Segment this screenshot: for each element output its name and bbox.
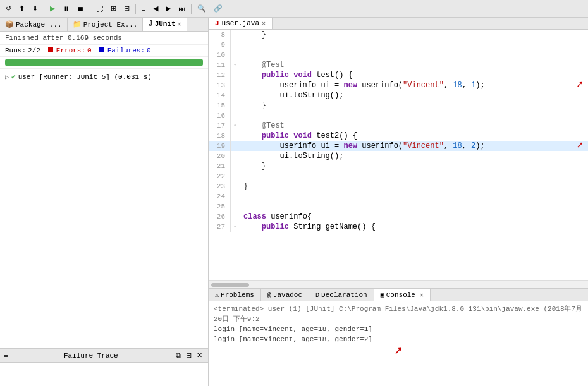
toolbar-btn-15[interactable]: 🔗: [211, 3, 226, 15]
code-line-16: 16: [209, 111, 588, 121]
line-num-9: 9: [209, 40, 231, 50]
trace-action-2[interactable]: ⊟: [184, 351, 193, 360]
toolbar-sep-3: [135, 4, 136, 14]
editor-tab-user[interactable]: J user.java ✕: [209, 18, 273, 29]
line-content-17: @Test: [241, 121, 588, 131]
line-num-12: 12: [209, 70, 231, 80]
toolbar-btn-5[interactable]: ⏸: [59, 3, 73, 15]
problems-label: Problems: [221, 291, 254, 299]
line-num-17: 17: [209, 121, 231, 131]
editor-tab-close[interactable]: ✕: [262, 20, 266, 27]
console-close[interactable]: ✕: [420, 291, 424, 299]
code-line-10: 10: [209, 50, 588, 60]
tab-javadoc[interactable]: @ Javadoc: [261, 289, 309, 301]
trace-action-3[interactable]: ✕: [195, 351, 204, 360]
line-num-25: 25: [209, 202, 231, 212]
failures-stat: Failures: 0: [99, 47, 151, 54]
junit-status: Finished after 0.169 seconds: [0, 32, 208, 45]
code-editor[interactable]: 8 } 9 10 11: [209, 30, 588, 280]
line-num-11: 11: [209, 60, 231, 70]
code-line-25: 25: [209, 202, 588, 212]
toolbar-btn-7[interactable]: ⛶: [93, 3, 106, 15]
errors-label: Errors:: [56, 47, 85, 54]
line-content-22: [241, 171, 588, 181]
tab-junit[interactable]: J JUnit ✕: [143, 18, 187, 31]
line-content-13: userinfo ui = new userinfo("Vincent", 18…: [241, 80, 588, 90]
project-icon: 📁: [73, 20, 82, 28]
toolbar-btn-1[interactable]: ↺: [3, 3, 15, 15]
line-content-14: ui.toString();: [241, 90, 588, 100]
toolbar-btn-10[interactable]: ≡: [138, 3, 149, 15]
code-line-18: 18 public void test2() {: [209, 131, 588, 141]
code-line-17: 17 ◦ @Test: [209, 121, 588, 131]
left-panel: 📦 Package ... 📁 Project Ex... J JUnit ✕ …: [0, 18, 209, 386]
line-content-9: [241, 40, 588, 50]
toolbar-sep-4: [191, 4, 192, 14]
line-num-20: 20: [209, 151, 231, 161]
editor-tab-java-icon: J: [215, 20, 219, 27]
failure-trace-header: ≡ Failure Trace ⧉ ⊟ ✕: [0, 349, 208, 363]
toolbar-btn-8[interactable]: ⊞: [107, 3, 119, 15]
console-output-text-2: login [name=Vincent, age=18, gender=2]: [214, 335, 372, 343]
failure-trace: ≡ Failure Trace ⧉ ⊟ ✕: [0, 348, 208, 386]
line-num-15: 15: [209, 100, 231, 111]
tab-project-label: Project Ex...: [83, 21, 138, 28]
toolbar-btn-11[interactable]: ◀: [150, 3, 161, 15]
test-tree-label: user [Runner: JUnit 5] (0.031 s): [18, 73, 152, 81]
line-content-8: }: [241, 30, 588, 40]
package-icon: 📦: [5, 20, 14, 28]
editor-tabs: J user.java ✕: [209, 18, 588, 30]
failures-value: 0: [147, 47, 151, 54]
failure-trace-actions: ⧉ ⊟ ✕: [174, 351, 204, 360]
console-output-text-1: login [name=Vincent, age=18, gender=1]: [214, 325, 372, 333]
toolbar-btn-13[interactable]: ⏭: [175, 3, 188, 15]
tab-close-icon[interactable]: ✕: [178, 20, 181, 28]
javadoc-icon: @: [267, 292, 271, 299]
progress-bar: [5, 59, 203, 66]
toolbar-btn-6[interactable]: ⏹: [74, 3, 87, 15]
line-content-20: ui.toString();: [241, 151, 588, 161]
test-tree-item[interactable]: ▷ ✔ user [Runner: JUnit 5] (0.031 s): [3, 71, 205, 82]
failure-icon: [99, 47, 106, 54]
line-content-24: [241, 191, 588, 202]
runs-stat: Runs: 2/2: [5, 47, 40, 54]
line-num-22: 22: [209, 171, 231, 181]
code-line-12: 12 public void test() {: [209, 70, 588, 80]
h-scrollbar[interactable]: [209, 280, 588, 288]
line-num-24: 24: [209, 191, 231, 202]
errors-stat: Errors: 0: [48, 47, 92, 54]
code-line-24: 24: [209, 191, 588, 202]
code-line-23: 23 }: [209, 181, 588, 191]
line-num-10: 10: [209, 50, 231, 60]
line-num-23: 23: [209, 181, 231, 191]
toolbar-btn-4[interactable]: ▶: [47, 3, 58, 15]
trace-action-1[interactable]: ⧉: [174, 351, 183, 360]
console-icon: ▣: [381, 291, 384, 299]
editor-tab-label: user.java: [222, 20, 259, 27]
tab-project[interactable]: 📁 Project Ex...: [68, 18, 144, 31]
line-num-8: 8: [209, 30, 231, 40]
console-terminated-text: <terminated> user (1) [JUnit] C:\Program…: [214, 305, 582, 323]
console-arrow: ➚: [214, 344, 583, 357]
code-line-14: 14 ui.toString();: [209, 90, 588, 100]
toolbar-btn-3[interactable]: ⬇: [29, 3, 41, 15]
stats-row: Runs: 2/2 Errors: 0 Failures: 0: [0, 45, 208, 57]
line-num-16: 16: [209, 111, 231, 121]
toolbar-btn-12[interactable]: ▶: [162, 3, 174, 15]
failure-trace-label: Failure Trace: [64, 352, 118, 359]
right-panel: J user.java ✕ 8 } 9: [209, 18, 588, 386]
tab-declaration[interactable]: D Declaration: [309, 289, 374, 301]
tab-console[interactable]: ▣ Console ✕: [374, 289, 431, 301]
code-line-19: 19 userinfo ui = new userinfo("Vincent",…: [209, 141, 588, 151]
toolbar-btn-14[interactable]: 🔍: [194, 3, 209, 15]
toolbar-btn-9[interactable]: ⊟: [121, 3, 133, 15]
h-scroll-thumb[interactable]: [211, 283, 249, 287]
tab-problems[interactable]: ⚠ Problems: [209, 289, 261, 301]
tab-package[interactable]: 📦 Package ...: [0, 18, 68, 31]
failure-trace-icon: ≡: [4, 352, 8, 359]
toolbar-btn-2[interactable]: ⬆: [16, 3, 28, 15]
code-line-13: 13 userinfo ui = new userinfo("Vincent",…: [209, 80, 588, 90]
console-terminated-line: <terminated> user (1) [JUnit] C:\Program…: [214, 304, 583, 324]
code-line-22: 22: [209, 171, 588, 181]
declaration-label: Declaration: [321, 291, 367, 299]
